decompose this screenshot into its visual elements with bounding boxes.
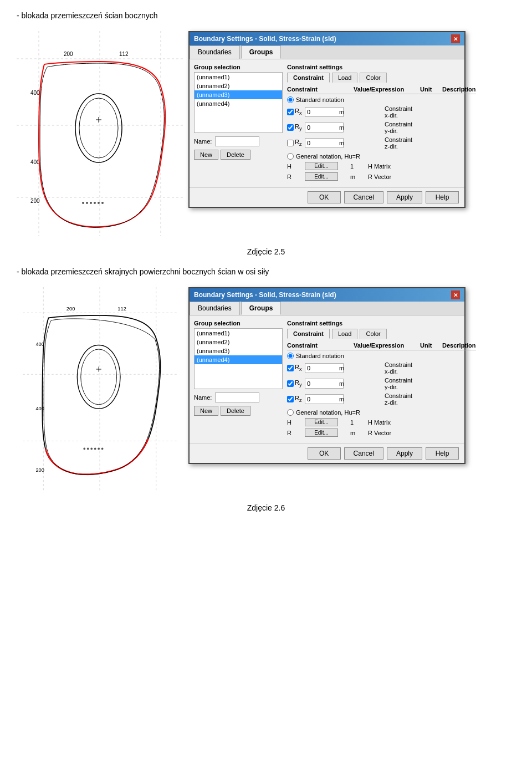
dialog2-delete-button[interactable]: Delete	[221, 406, 250, 416]
dialog1-header-unit: Unit	[420, 86, 442, 93]
dialog2-rx-unit: m	[339, 365, 383, 371]
dialog1-ry-checkbox[interactable]	[287, 124, 294, 131]
cad-drawing-2: 200 112 400 400 200	[17, 287, 183, 492]
dialog2-tab-boundaries[interactable]: Boundaries	[190, 302, 240, 315]
dialog1-constraint-tab[interactable]: Constraint	[287, 73, 330, 83]
dialog1-load-tab[interactable]: Load	[332, 73, 357, 83]
dialog1-rz-row: Rz m Constraint z-dir.	[287, 136, 476, 150]
dialog1-radio-general[interactable]	[287, 153, 294, 160]
dialog2-ok-button[interactable]: OK	[308, 447, 341, 460]
dialog2-rz-input[interactable]	[305, 394, 344, 404]
dialog1-titlebar: Boundary Settings - Solid, Stress-Strain…	[190, 32, 464, 45]
dialog1-radio-general-row: General notation, Hu=R	[287, 153, 476, 160]
svg-point-39	[101, 448, 104, 450]
dialog1-h-row: H Edit... 1 H Matrix	[287, 162, 476, 170]
dialog2-new-button[interactable]: New	[194, 406, 218, 416]
dialog1-group-item-4[interactable]: (unnamed4)	[195, 99, 282, 108]
dialog1-r-desc: R Vector	[368, 174, 476, 180]
dialog1-help-button[interactable]: Help	[426, 191, 459, 203]
dialog1-rx-desc: Constraint x-dir.	[385, 105, 401, 119]
dialog2-r-edit-button[interactable]: Edit...	[305, 429, 338, 437]
dialog2-group-item-4[interactable]: (unnamed4)	[195, 355, 282, 364]
dialog2-ry-checkbox[interactable]	[287, 380, 294, 387]
dialog2-name-row: Name:	[194, 392, 283, 402]
dialog2-rx-checkbox[interactable]	[287, 365, 294, 371]
dialog1-radio-standard[interactable]	[287, 96, 294, 103]
dialog1-ry-row: Ry m Constraint y-dir.	[287, 121, 476, 134]
dialog1-rx-checkbox-label: Rx	[287, 108, 304, 116]
dialog2-tab-groups[interactable]: Groups	[241, 302, 282, 315]
section2-title: - blokada przemieszczeń skrajnych powier…	[17, 267, 515, 276]
dialog1-apply-button[interactable]: Apply	[387, 191, 422, 203]
dialog1-ok-button[interactable]: OK	[308, 191, 341, 203]
dialog1-group-item-1[interactable]: (unnamed1)	[195, 73, 282, 81]
dialog2-r-unit: m	[350, 430, 367, 436]
dialog2-header-desc: Description	[442, 342, 476, 349]
dialog1-close-button[interactable]: ✕	[451, 34, 460, 43]
svg-point-15	[90, 202, 92, 204]
dialog1-body: Group selection (unnamed1) (unnamed2) (u…	[190, 59, 464, 187]
dialog1-tab-groups[interactable]: Groups	[241, 45, 282, 59]
figure1-row: 200 112 400 400 200	[17, 31, 515, 236]
dialog1-tabs: Boundaries Groups	[190, 45, 464, 59]
svg-point-35	[87, 448, 89, 450]
dialog2-group-item-2[interactable]: (unnamed2)	[195, 338, 282, 346]
dialog1-rz-checkbox[interactable]	[287, 140, 294, 146]
dialog1-name-input[interactable]	[215, 136, 259, 146]
dialog2-rz-unit: m	[339, 396, 383, 402]
dialog2-ry-input[interactable]	[305, 379, 344, 389]
svg-point-34	[83, 448, 85, 450]
dialog2-radio-general[interactable]	[287, 409, 294, 416]
dialog2-rz-checkbox[interactable]	[287, 396, 294, 402]
dialog1-h-edit-button[interactable]: Edit...	[305, 162, 338, 170]
dialog2-radio-standard[interactable]	[287, 353, 294, 359]
dialog2-rx-input[interactable]	[305, 363, 344, 373]
dialog2-table-header: Constraint Value/Expression Unit Descrip…	[287, 342, 476, 350]
dialog2-h-edit-button[interactable]: Edit...	[305, 418, 338, 426]
svg-point-37	[94, 448, 96, 450]
svg-point-32	[77, 345, 120, 409]
dialog1-cancel-button[interactable]: Cancel	[344, 191, 383, 203]
dialog1-delete-button[interactable]: Delete	[221, 150, 250, 160]
dialog1-constraint-settings-label: Constraint settings	[287, 64, 476, 70]
dialog1-radio-general-label: General notation, Hu=R	[296, 153, 360, 160]
dialog1-rx-input[interactable]	[305, 107, 344, 117]
dialog2-btn-group: New Delete	[194, 406, 283, 416]
dialog2-apply-button[interactable]: Apply	[387, 447, 422, 460]
figure1-caption: Zdjęcie 2.5	[17, 247, 515, 256]
dialog1-group-item-3[interactable]: (unnamed3)	[195, 90, 282, 99]
dialog2-group-item-1[interactable]: (unnamed1)	[195, 329, 282, 338]
dialog2-help-button[interactable]: Help	[426, 447, 459, 460]
dialog2-ry-label: Ry	[295, 379, 302, 387]
dialog1-r-edit-button[interactable]: Edit...	[305, 172, 338, 181]
dialog1-color-tab[interactable]: Color	[360, 73, 386, 83]
dialog1-rz-input[interactable]	[305, 138, 344, 148]
dialog1-footer: OK Cancel Apply Help	[190, 187, 464, 207]
dialog2-color-tab[interactable]: Color	[360, 329, 386, 339]
dialog2-close-button[interactable]: ✕	[451, 290, 460, 299]
dialog2-group-item-3[interactable]: (unnamed3)	[195, 346, 282, 355]
dialog2-group-list[interactable]: (unnamed1) (unnamed2) (unnamed3) (unname…	[194, 328, 283, 389]
dialog1-group-item-2[interactable]: (unnamed2)	[195, 81, 282, 90]
dialog2-rz-desc: Constraint z-dir.	[385, 392, 401, 406]
dialog2-load-tab[interactable]: Load	[332, 329, 357, 339]
dialog1-group-list[interactable]: (unnamed1) (unnamed2) (unnamed3) (unname…	[194, 72, 283, 133]
dialog1-rz-label: Rz	[295, 139, 302, 147]
svg-point-16	[94, 202, 96, 204]
dialog1-name-row: Name:	[194, 136, 283, 146]
dialog2-h-label: H	[287, 419, 304, 426]
dialog2: Boundary Settings - Solid, Stress-Strain…	[188, 287, 466, 464]
dialog2-tabs: Boundaries Groups	[190, 302, 464, 315]
svg-text:400: 400	[30, 159, 40, 165]
dialog1-ry-unit: m	[339, 124, 383, 131]
dialog2-radio-general-label: General notation, Hu=R	[296, 409, 360, 416]
dialog1-tab-boundaries[interactable]: Boundaries	[190, 45, 240, 59]
dialog1-header-value: Value/Expression	[354, 86, 420, 93]
dialog2-name-input[interactable]	[215, 392, 259, 402]
dialog2-footer: OK Cancel Apply Help	[190, 443, 464, 463]
dialog1-new-button[interactable]: New	[194, 150, 218, 160]
dialog1-rx-checkbox[interactable]	[287, 109, 294, 115]
dialog2-constraint-tab[interactable]: Constraint	[287, 329, 330, 339]
dialog1-ry-input[interactable]	[305, 123, 344, 132]
dialog2-cancel-button[interactable]: Cancel	[344, 447, 383, 460]
